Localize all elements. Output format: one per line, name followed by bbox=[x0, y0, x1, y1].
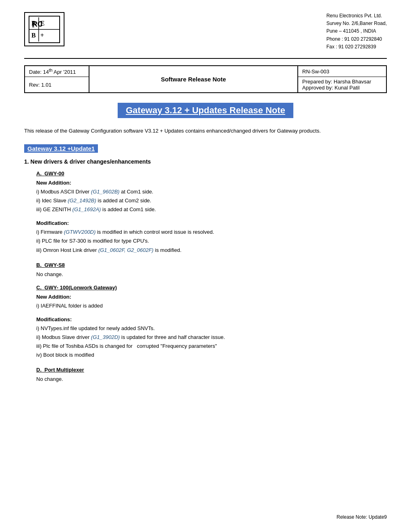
svg-text:B: B bbox=[31, 32, 36, 39]
company-fax: Fax : 91 020 27292839 bbox=[326, 43, 387, 51]
new-addition-c-content: i) IAEFFINAL folder is added bbox=[36, 301, 387, 310]
subsection-d: D. Port Multiplexer No change. bbox=[36, 367, 387, 382]
subsection-d-title: D. Port Multiplexer bbox=[36, 367, 387, 373]
modifications-c-content: i) NVTypes.inf file updated for newly ad… bbox=[36, 324, 387, 360]
section-subheading: 1. New drivers & driver changes/enhancem… bbox=[24, 158, 387, 165]
date-cell: Date: 14th Apr '2011 bbox=[25, 66, 89, 77]
page: RC E R E B + Renu Electronics Pvt. Ltd. … bbox=[0, 0, 411, 532]
new-addition-a-label: New Addition: bbox=[36, 180, 387, 186]
company-logo: RC E R E B + bbox=[24, 12, 64, 46]
new-addition-a-content: i) Modbus ASCII Driver (G1_9602B) at Com… bbox=[36, 187, 387, 214]
subsection-b: B. GWY-S8 No change. bbox=[36, 262, 387, 277]
subsection-d-label: Port Multiplexer bbox=[44, 367, 84, 373]
subsection-a-label: GWY-00 bbox=[44, 170, 64, 177]
svg-text:R: R bbox=[31, 20, 36, 27]
modification-a-content: i) Firmware (GTWV200D) is modified in wh… bbox=[36, 228, 387, 254]
rev-label: Rev: 1.01 bbox=[29, 82, 52, 88]
ref-g1-g2-0602f: (G1_0602F, G2_0602F) bbox=[98, 247, 154, 253]
gateway-heading: Gateway 3.12 +Update1 bbox=[24, 144, 98, 153]
ref-g2-1492b: (G2_1492B) bbox=[68, 197, 96, 204]
header-divider bbox=[24, 58, 387, 59]
svg-text:E: E bbox=[40, 20, 45, 27]
ref-gtwv200d: (GTWV200D) bbox=[64, 229, 96, 235]
ref-g1-9602b: (G1_9602B) bbox=[91, 189, 120, 195]
ref-g1-1692a: (G1_1692A) bbox=[73, 206, 101, 212]
date-label: Date: 14th Apr '2011 bbox=[29, 69, 76, 75]
modification-a-label: Modification: bbox=[36, 220, 387, 226]
gateway-heading-container: Gateway 3.12 +Update1 bbox=[24, 144, 387, 155]
company-city: Pune – 411045 , INDIA bbox=[326, 27, 387, 35]
intro-text: This release of the Gateway Configuratio… bbox=[24, 127, 387, 135]
approved-by: Approved by: Kunal Patil bbox=[302, 85, 382, 91]
rn-cell: RN-Sw-003 bbox=[298, 66, 386, 77]
modifications-c-label: Modifications: bbox=[36, 316, 387, 322]
subsection-a: A. GWY-00 New Addition: i) Modbus ASCII … bbox=[36, 170, 387, 255]
subsection-b-nochange: No change. bbox=[36, 271, 387, 277]
company-name: Renu Electronics Pvt. Ltd. bbox=[326, 12, 387, 20]
new-addition-c-label: New Addition: bbox=[36, 294, 387, 300]
subsection-c-label: GWY- 100(Lonwork Gateway) bbox=[44, 285, 117, 291]
company-address: Survey No. 2/6,Baner Road, bbox=[326, 20, 387, 27]
company-phone: Phone : 91 020 27292840 bbox=[326, 35, 387, 43]
main-title: Gateway 3.12 + Updates Release Note bbox=[118, 103, 293, 118]
subsection-c: C. GWY- 100(Lonwork Gateway) New Additio… bbox=[36, 285, 387, 360]
subsection-b-label: GWY-S8 bbox=[44, 262, 65, 268]
doc-title: Software Release Note bbox=[161, 76, 226, 83]
ref-g1-3902d: (G1_3902D) bbox=[91, 334, 120, 340]
subsection-b-title: B. GWY-S8 bbox=[36, 262, 387, 268]
svg-text:+: + bbox=[40, 32, 44, 39]
prepared-cell: Prepared by: Harsha Bhavsar Approved by:… bbox=[298, 77, 386, 93]
rn-label: RN-Sw-003 bbox=[302, 69, 329, 75]
company-info: Renu Electronics Pvt. Ltd. Survey No. 2/… bbox=[326, 12, 387, 51]
subsection-d-nochange: No change. bbox=[36, 376, 387, 382]
subsection-c-title: C. GWY- 100(Lonwork Gateway) bbox=[36, 285, 387, 291]
prepared-by: Prepared by: Harsha Bhavsar bbox=[302, 79, 382, 85]
doc-title-cell: Software Release Note bbox=[89, 66, 298, 93]
footer: Release Note: Update9 bbox=[336, 514, 387, 520]
main-title-box: Gateway 3.12 + Updates Release Note bbox=[24, 103, 387, 118]
subsection-a-title: A. GWY-00 bbox=[36, 170, 387, 177]
rev-cell: Rev: 1.01 bbox=[25, 77, 89, 93]
doc-info-table: Date: 14th Apr '2011 Software Release No… bbox=[24, 65, 387, 93]
header: RC E R E B + Renu Electronics Pvt. Ltd. … bbox=[24, 12, 387, 51]
footer-text: Release Note: Update9 bbox=[336, 514, 387, 520]
